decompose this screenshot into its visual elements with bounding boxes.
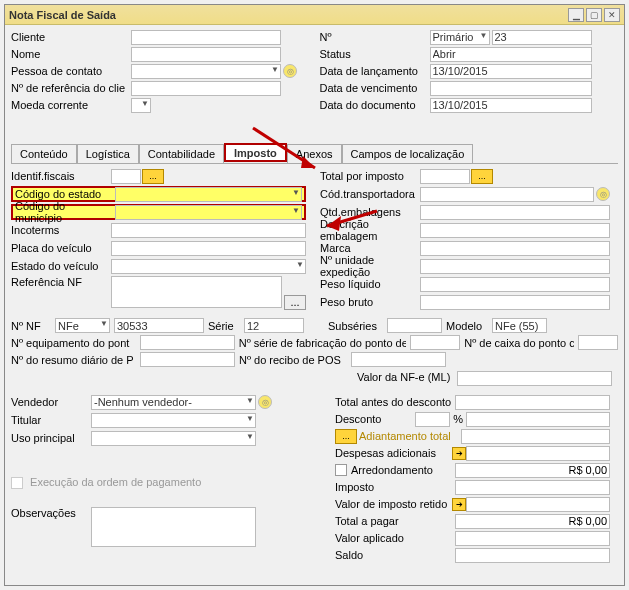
nome-input[interactable] — [131, 47, 281, 62]
num-nf-type-select[interactable] — [55, 318, 110, 333]
link-icon[interactable]: ◎ — [283, 64, 297, 78]
placa-input[interactable] — [111, 241, 306, 256]
cliente-label: Cliente — [11, 31, 131, 43]
tab-campos[interactable]: Campos de localização — [342, 144, 474, 163]
valor-nfe-label: Valor da NF-e (ML) — [357, 371, 457, 386]
num-nf-input[interactable] — [114, 318, 204, 333]
arred-checkbox[interactable] — [335, 464, 347, 476]
marca-input[interactable] — [420, 241, 610, 256]
desconto-pct-input[interactable] — [415, 412, 450, 427]
vendedor-select[interactable] — [91, 395, 256, 410]
serie-label: Série — [208, 320, 240, 332]
cod-transp-input[interactable] — [420, 187, 594, 202]
cliente-input[interactable] — [131, 30, 281, 45]
imposto-total-label: Imposto — [335, 481, 455, 493]
aplicado-input[interactable] — [455, 531, 610, 546]
peso-bruto-input[interactable] — [420, 295, 610, 310]
subseries-input[interactable] — [387, 318, 442, 333]
estado-veic-select[interactable] — [111, 259, 306, 274]
total-imp-input[interactable] — [420, 169, 470, 184]
unid-input[interactable] — [420, 259, 610, 274]
cod-estado-label: Código do estado — [15, 188, 115, 200]
recibo-input[interactable] — [351, 352, 446, 367]
saldo-input[interactable] — [455, 548, 610, 563]
tab-anexos[interactable]: Anexos — [287, 144, 342, 163]
total-antes-input[interactable] — [455, 395, 610, 410]
uso-select[interactable] — [91, 431, 256, 446]
moeda-select[interactable] — [131, 98, 151, 113]
ref-label: Nº de referência do clie — [11, 82, 131, 94]
eq-input[interactable] — [140, 335, 235, 350]
modelo-input[interactable] — [492, 318, 547, 333]
serie-fab-label: Nº série de fabricação do ponto de — [239, 337, 407, 349]
tab-conteudo[interactable]: Conteúdo — [11, 144, 77, 163]
cod-estado-select[interactable] — [115, 187, 302, 202]
peso-liq-input[interactable] — [420, 277, 610, 292]
qtd-emb-input[interactable] — [420, 205, 610, 220]
nome-label: Nome — [11, 48, 131, 60]
placa-label: Placa do veículo — [11, 242, 111, 254]
saldo-label: Saldo — [335, 549, 455, 561]
link-icon[interactable]: ◎ — [258, 395, 272, 409]
minimize-button[interactable]: ▁ — [568, 8, 584, 22]
link-icon[interactable]: ◎ — [596, 187, 610, 201]
resumo-input[interactable] — [140, 352, 235, 367]
maximize-button[interactable]: ▢ — [586, 8, 602, 22]
descr-emb-label: Descrição embalagem — [320, 218, 420, 242]
contato-select[interactable] — [131, 64, 281, 79]
desp-label: Despesas adicionais — [335, 447, 450, 459]
qtd-emb-label: Qtd.embalagens — [320, 206, 420, 218]
caixa-label: Nº de caixa do ponto c — [464, 337, 574, 349]
total-imp-lookup-button[interactable]: ... — [471, 169, 493, 184]
ref-nf-dots-button[interactable]: ... — [284, 295, 306, 310]
arred-label: Arredondamento — [351, 464, 455, 476]
ref-input[interactable] — [131, 81, 281, 96]
tab-contabilidade[interactable]: Contabilidade — [139, 144, 224, 163]
obs-label: Observações — [11, 507, 91, 519]
adiant-label: Adiantamento total — [359, 430, 461, 442]
imposto-total-input[interactable] — [455, 480, 610, 495]
adiant-input[interactable] — [461, 429, 610, 444]
adiant-lookup-button[interactable]: ... — [335, 429, 357, 444]
peso-bruto-label: Peso bruto — [320, 296, 420, 308]
titlebar: Nota Fiscal de Saída ▁ ▢ ✕ — [5, 5, 624, 25]
serie-input[interactable] — [244, 318, 304, 333]
data-doc-input[interactable] — [430, 98, 592, 113]
aplicado-label: Valor aplicado — [335, 532, 455, 544]
total-input[interactable] — [455, 514, 610, 529]
total-imp-label: Total por imposto — [320, 170, 420, 182]
num-input[interactable] — [492, 30, 592, 45]
retido-input[interactable] — [466, 497, 610, 512]
data-lanc-label: Data de lançamento — [320, 65, 430, 77]
desconto-label: Desconto — [335, 413, 415, 425]
ref-nf-input[interactable] — [111, 276, 282, 308]
identif-input[interactable] — [111, 169, 141, 184]
incoterms-input[interactable] — [111, 223, 306, 238]
data-venc-input[interactable] — [430, 81, 592, 96]
data-venc-label: Data de vencimento — [320, 82, 430, 94]
desp-input[interactable] — [466, 446, 610, 461]
retido-arrow-icon[interactable]: ➔ — [452, 498, 466, 511]
desconto-val-input[interactable] — [466, 412, 610, 427]
caixa-input[interactable] — [578, 335, 618, 350]
tab-logistica[interactable]: Logística — [77, 144, 139, 163]
num-type-select[interactable] — [430, 30, 490, 45]
desp-arrow-icon[interactable]: ➔ — [452, 447, 466, 460]
status-input[interactable] — [430, 47, 592, 62]
cod-transp-label: Cód.transportadora — [320, 188, 420, 200]
descr-emb-input[interactable] — [420, 223, 610, 238]
num-nf-label: Nº NF — [11, 320, 51, 332]
titular-label: Titular — [11, 414, 91, 426]
close-button[interactable]: ✕ — [604, 8, 620, 22]
obs-input[interactable] — [91, 507, 256, 547]
valor-nfe-input[interactable] — [457, 371, 612, 386]
titular-select[interactable] — [91, 413, 256, 428]
cod-municipio-select[interactable] — [115, 205, 302, 220]
num-label: Nº — [320, 31, 430, 43]
identif-lookup-button[interactable]: ... — [142, 169, 164, 184]
arred-input[interactable] — [455, 463, 610, 478]
total-label: Total a pagar — [335, 515, 455, 527]
data-lanc-input[interactable] — [430, 64, 592, 79]
serie-fab-input[interactable] — [410, 335, 460, 350]
tab-imposto[interactable]: Imposto — [224, 143, 287, 162]
